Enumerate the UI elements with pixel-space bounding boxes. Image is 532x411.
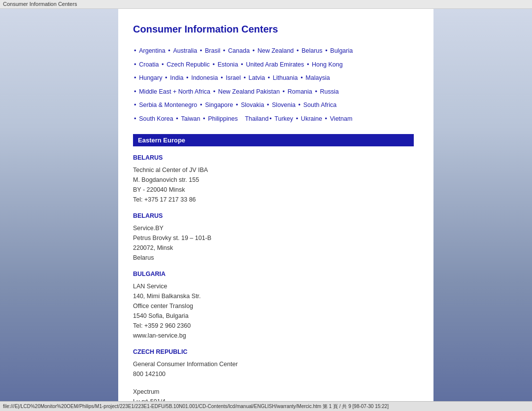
link-belarus[interactable]: Belarus: [301, 47, 322, 54]
right-sidebar: [433, 9, 532, 401]
nav-line-3: • Hungary • India • Indonesia • Israel •…: [133, 72, 414, 84]
link-slovakia[interactable]: Slovakia: [241, 102, 264, 108]
link-new-zealand[interactable]: New Zealand: [258, 47, 294, 54]
link-india[interactable]: India: [170, 74, 183, 81]
link-indonesia[interactable]: Indonesia: [191, 74, 218, 81]
link-uae[interactable]: United Arab Emirates: [246, 61, 304, 68]
nav-line-6: • South Korea • Taiwan • Philippines Tha…: [133, 113, 414, 125]
link-south-korea[interactable]: South Korea: [139, 115, 173, 122]
link-argentina[interactable]: Argentina: [139, 47, 166, 54]
status-bar-text: file:///E|/LCD%20Monitor%20OEM/Philips/M…: [3, 403, 389, 410]
link-brasil[interactable]: Brasil: [205, 47, 220, 54]
title-bar: Consumer Information Centers: [0, 0, 532, 9]
address-block-czech-2: Xpectrum Lu.ná 591/4 CZ - 160 00 Praha 6…: [133, 387, 414, 401]
left-sidebar: [0, 9, 118, 401]
link-estonia[interactable]: Estonia: [218, 61, 238, 68]
link-malaysia[interactable]: Malaysia: [305, 74, 330, 81]
address-block-bulgaria: LAN Service 140, Mimi Balkanska Str. Off…: [133, 281, 414, 341]
link-taiwan[interactable]: Taiwan: [181, 115, 200, 122]
link-singapore[interactable]: Singapore: [205, 102, 233, 108]
link-canada[interactable]: Canada: [228, 47, 250, 54]
address-block-czech-1: General Consumer Information Center 800 …: [133, 359, 414, 379]
link-turkey[interactable]: Turkey: [274, 115, 293, 122]
link-serbia[interactable]: Serbia & Montenegro: [139, 102, 197, 108]
link-ukraine[interactable]: Ukraine: [301, 115, 322, 122]
country-heading-belarus-1: BELARUS: [133, 154, 414, 161]
link-australia[interactable]: Australia: [173, 47, 198, 54]
section-header-eastern-europe: Eastern Europe: [133, 134, 414, 146]
page-title: Consumer Information Centers: [133, 24, 414, 35]
link-slovenia[interactable]: Slovenia: [272, 102, 296, 108]
link-romania[interactable]: Romania: [288, 88, 312, 95]
nav-line-2: • Croatia • Czech Republic • Estonia • U…: [133, 59, 414, 70]
link-vietnam[interactable]: Vietnam: [330, 115, 353, 122]
main-content: Consumer Information Centers • Argentina…: [118, 9, 433, 401]
link-czech-republic[interactable]: Czech Republic: [166, 61, 210, 68]
page-wrapper: Consumer Information Centers • Argentina…: [0, 9, 532, 401]
country-heading-czech-republic: CZECH REPUBLIC: [133, 348, 414, 355]
link-lithuania[interactable]: Lithuania: [273, 74, 298, 81]
link-south-africa[interactable]: South Africa: [303, 102, 336, 108]
link-latvia[interactable]: Latvia: [249, 74, 265, 81]
link-thailand[interactable]: Thailand: [245, 115, 268, 122]
link-russia[interactable]: Russia: [320, 88, 339, 95]
address-block-belarus-1: Technic al Center of JV IBA M. Bogdanovi…: [133, 165, 414, 205]
nav-line-5: • Serbia & Montenegro • Singapore • Slov…: [133, 99, 414, 111]
nav-links: • Argentina • Australia • Brasil • Canad…: [133, 45, 414, 124]
title-bar-text: Consumer Information Centers: [3, 1, 77, 7]
country-heading-belarus-2: BELARUS: [133, 212, 414, 219]
address-block-belarus-2: Service.BY Petrus Brovky st. 19 – 101-B …: [133, 223, 414, 263]
link-hong-kong[interactable]: Hong Kong: [312, 61, 343, 68]
nav-line-1: • Argentina • Australia • Brasil • Canad…: [133, 45, 414, 57]
country-heading-bulgaria: BULGARIA: [133, 271, 414, 277]
link-nz-pakistan[interactable]: New Zealand Pakistan: [218, 88, 280, 95]
link-bulgaria[interactable]: Bulgaria: [330, 47, 353, 54]
nav-line-4: • Middle East + North Africa • New Zeala…: [133, 86, 414, 98]
link-israel[interactable]: Israel: [226, 74, 241, 81]
link-hungary[interactable]: Hungary: [139, 74, 162, 81]
link-middle-east[interactable]: Middle East + North Africa: [139, 88, 210, 95]
bullet: •: [134, 47, 136, 54]
link-philippines[interactable]: Philippines: [208, 115, 237, 122]
link-croatia[interactable]: Croatia: [139, 61, 159, 68]
status-bar: file:///E|/LCD%20Monitor%20OEM/Philips/M…: [0, 401, 532, 411]
